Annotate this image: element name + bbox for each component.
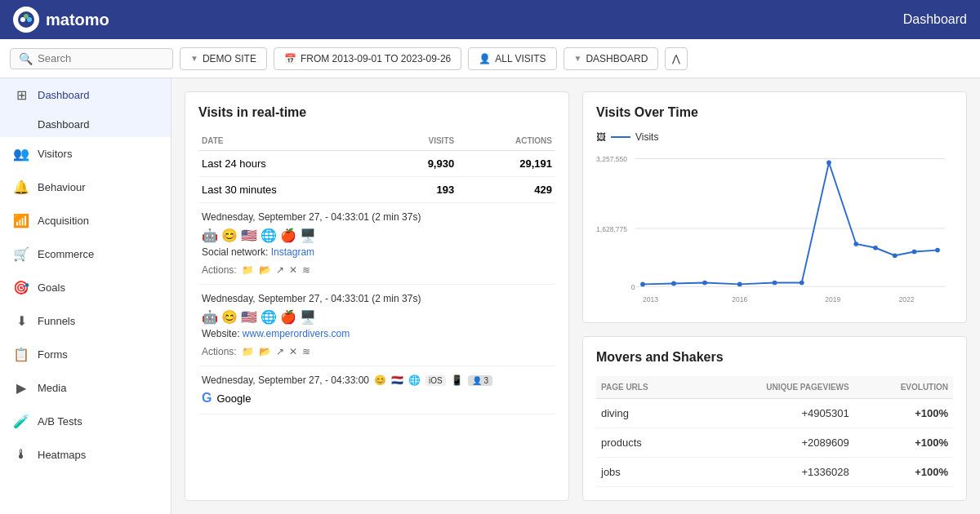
last-24h-actions: 29,191 xyxy=(457,151,555,177)
folder-icon: 📁 xyxy=(242,264,254,276)
header-title: Dashboard xyxy=(903,12,967,27)
sidebar-item-acquisition[interactable]: 📶 Acquisition xyxy=(0,204,171,237)
demo-site-label: DEMO SITE xyxy=(203,53,256,64)
visit-icons-2: 🤖 😊 🇺🇸 🌐 🍎 🖥️ xyxy=(202,309,552,325)
wave-icon: ≋ xyxy=(302,264,310,276)
calendar-icon: 📅 xyxy=(284,53,296,64)
google-label: Google xyxy=(216,392,251,405)
external-icon-2: ↗ xyxy=(276,346,284,357)
jobs-evolution: +100% xyxy=(854,457,953,486)
dashboard-button[interactable]: ▼ DASHBOARD xyxy=(564,47,659,70)
data-point-peak xyxy=(826,160,831,165)
unique-pageviews-header: UNIQUE PAGEVIEWS xyxy=(694,376,854,399)
visit-entry-1: Wednesday, September 27, - 04:33:01 (2 m… xyxy=(198,203,555,285)
chevron-up-icon: ⋀ xyxy=(672,53,680,64)
sidebar-item-dashboard-label: Dashboard xyxy=(38,89,90,101)
forms-icon: 📋 xyxy=(13,347,29,362)
visit-source-3: G Google xyxy=(202,391,552,405)
chart-icon: 🖼 xyxy=(596,131,606,143)
search-input[interactable] xyxy=(38,52,164,64)
all-visits-button[interactable]: 👤 ALL VISITS xyxy=(468,47,556,70)
ab-tests-icon: 🧪 xyxy=(13,414,29,429)
emperor-divers-link[interactable]: www.emperordivers.com xyxy=(243,328,350,339)
date-range-label: FROM 2013-09-01 TO 2023-09-26 xyxy=(301,53,451,64)
data-point xyxy=(853,241,858,246)
sidebar-item-behaviour[interactable]: 🔔 Behaviour xyxy=(0,171,171,204)
globe-icon: 🌐 xyxy=(261,228,277,243)
table-row: diving +4905301 +100% xyxy=(596,398,953,428)
visit-social-1: Social network: Instagram xyxy=(202,246,552,258)
actions-column-header: ACTIONS xyxy=(457,131,555,151)
cross-icon-2: ✕ xyxy=(289,346,297,357)
search-box[interactable]: 🔍 xyxy=(10,48,173,69)
folder-icon-2: 📁 xyxy=(242,346,254,357)
visit-datetime-1: Wednesday, September 27, - 04:33:01 (2 m… xyxy=(202,211,552,223)
table-row: jobs +1336028 +100% xyxy=(596,457,953,486)
diving-url: diving xyxy=(596,398,694,428)
sidebar-item-goals[interactable]: 🎯 Goals xyxy=(0,271,171,304)
date-column-header: DATE xyxy=(198,131,383,151)
goals-icon: 🎯 xyxy=(13,280,29,295)
sidebar-item-heatmaps[interactable]: 🌡 Heatmaps xyxy=(0,438,171,471)
cross-icon: ✕ xyxy=(289,264,297,276)
collapse-button[interactable]: ⋀ xyxy=(665,47,688,70)
flag-us-icon-2: 🇺🇸 xyxy=(241,309,257,325)
table-row: Last 24 hours 9,930 29,191 xyxy=(198,151,555,177)
data-point xyxy=(800,281,804,286)
legend-label: Visits xyxy=(635,131,658,143)
flag-us-icon: 🇺🇸 xyxy=(241,228,257,243)
ecommerce-icon: 🛒 xyxy=(13,246,29,262)
actions-label: Actions: xyxy=(202,264,237,276)
chart-legend: 🖼 Visits xyxy=(596,131,953,143)
ios-badge: iOS xyxy=(425,375,446,386)
last-30m-label: Last 30 minutes xyxy=(198,177,383,203)
svg-point-3 xyxy=(24,14,29,19)
table-row: Last 30 minutes 193 429 xyxy=(198,177,555,203)
sidebar-item-ecommerce[interactable]: 🛒 Ecommerce xyxy=(0,237,171,271)
sidebar-item-forms[interactable]: 📋 Forms xyxy=(0,338,171,371)
logo: matomo xyxy=(13,7,109,33)
demo-site-button[interactable]: ▼ DEMO SITE xyxy=(180,47,267,70)
y-label-zero: 0 xyxy=(631,283,635,291)
chrome-icon: 🌐 xyxy=(408,374,421,386)
last-24h-label: Last 24 hours xyxy=(198,151,383,177)
dashboard-icon: ⊞ xyxy=(13,87,29,103)
sidebar-item-forms-label: Forms xyxy=(38,348,68,361)
chart-line xyxy=(643,162,938,284)
y-label-mid: 1,628,775 xyxy=(596,225,627,233)
movers-shakers-title: Movers and Shakers xyxy=(596,350,953,365)
sidebar-item-visitors-label: Visitors xyxy=(38,148,72,160)
sidebar-item-funnels[interactable]: ⬇ Funnels xyxy=(0,304,171,338)
jobs-pageviews: +1336028 xyxy=(694,457,854,486)
visit-actions-1: Actions: 📁 📂 ↗ ✕ ≋ xyxy=(202,264,552,276)
sidebar-item-ab-tests[interactable]: 🧪 A/B Tests xyxy=(0,405,171,438)
sidebar-item-media[interactable]: ▶ Media xyxy=(0,371,171,405)
products-evolution: +100% xyxy=(854,428,953,457)
visits-icon: 👤 xyxy=(479,53,491,64)
sidebar-item-dashboard[interactable]: ⊞ Dashboard xyxy=(0,78,171,112)
instagram-link[interactable]: Instagram xyxy=(271,246,314,258)
media-icon: ▶ xyxy=(13,380,29,396)
mobile-icon: 📱 xyxy=(451,374,463,386)
bot-icon-2: 🤖 xyxy=(202,309,218,325)
chart-container: 3,257,550 1,628,775 0 2013 2016 2019 202… xyxy=(596,151,953,308)
data-point xyxy=(702,281,707,286)
diving-evolution: +100% xyxy=(854,398,953,428)
globe-icon-2: 🌐 xyxy=(261,309,277,325)
visitor-icon-2: 😊 xyxy=(221,309,238,325)
date-range-button[interactable]: 📅 FROM 2013-09-01 TO 2023-09-26 xyxy=(274,47,461,70)
monitor-icon: 🖥️ xyxy=(300,228,316,243)
data-point xyxy=(912,250,917,255)
sidebar-item-funnels-label: Funnels xyxy=(38,315,75,327)
diving-pageviews: +4905301 xyxy=(694,398,854,428)
realtime-table: DATE VISITS ACTIONS Last 24 hours 9,930 … xyxy=(198,131,555,203)
chart-svg: 3,257,550 1,628,775 0 2013 2016 2019 202… xyxy=(596,151,953,306)
sidebar-item-visitors[interactable]: 👥 Visitors xyxy=(0,137,171,171)
logo-icon xyxy=(13,7,39,33)
data-point xyxy=(671,281,676,286)
sidebar-sub-label: Dashboard xyxy=(38,118,90,131)
products-pageviews: +2089609 xyxy=(694,428,854,457)
movers-shakers-table: PAGE URLS UNIQUE PAGEVIEWS EVOLUTION div… xyxy=(596,376,953,487)
sidebar-item-dashboard-sub[interactable]: Dashboard xyxy=(0,112,171,137)
visit-entry-3: Wednesday, September 27, - 04:33:00 😊 🇳🇱… xyxy=(198,366,555,414)
